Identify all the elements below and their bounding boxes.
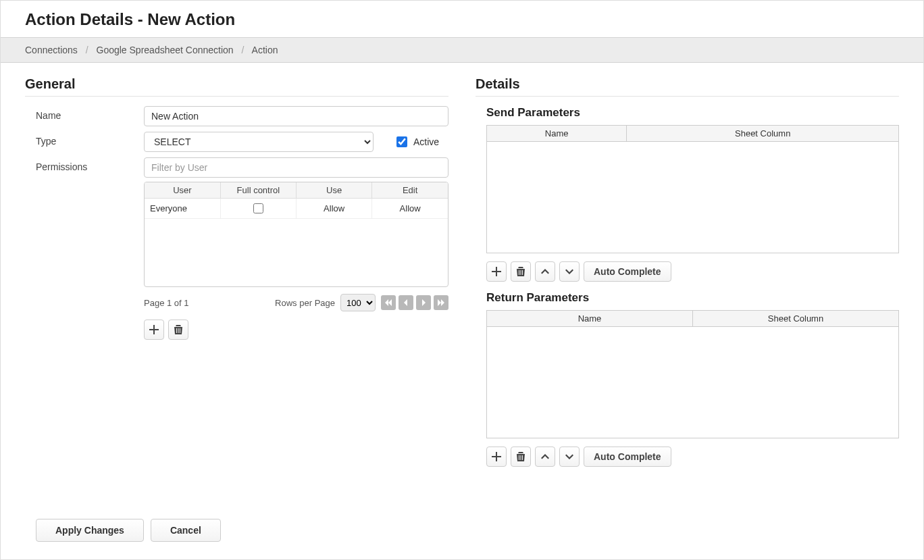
- return-movedown-button[interactable]: [559, 447, 580, 467]
- send-parameters-heading: Send Parameters: [486, 106, 899, 120]
- section-general: General: [25, 76, 448, 97]
- trash-icon: [515, 266, 526, 277]
- breadcrumb-connections[interactable]: Connections: [25, 45, 78, 55]
- return-header-name: Name: [487, 311, 693, 327]
- pager-last-icon[interactable]: [434, 295, 448, 310]
- plus-icon: [491, 451, 502, 462]
- type-select[interactable]: SELECT: [144, 132, 374, 152]
- apply-changes-button[interactable]: Apply Changes: [36, 519, 144, 542]
- send-moveup-button[interactable]: [535, 261, 555, 282]
- breadcrumb-sep: /: [242, 45, 245, 55]
- chevron-down-icon: [564, 266, 575, 277]
- trash-icon: [515, 451, 526, 462]
- perm-use: Allow: [297, 199, 372, 219]
- pager-text: Page 1 of 1: [144, 298, 189, 308]
- breadcrumb-sep: /: [86, 45, 88, 55]
- return-autocomplete-button[interactable]: Auto Complete: [584, 447, 671, 467]
- perm-header-use: Use: [297, 182, 372, 199]
- name-input[interactable]: [144, 106, 448, 126]
- label-permissions: Permissions: [36, 157, 144, 172]
- perm-add-button[interactable]: [144, 320, 164, 340]
- return-header-sheetcolumn: Sheet Column: [693, 311, 899, 327]
- perm-header-fullcontrol: Full control: [220, 182, 296, 199]
- send-header-name: Name: [487, 126, 627, 142]
- return-moveup-button[interactable]: [535, 447, 555, 467]
- return-delete-button[interactable]: [511, 447, 531, 467]
- chevron-down-icon: [564, 451, 575, 462]
- breadcrumb-google-spreadsheet[interactable]: Google Spreadsheet Connection: [97, 45, 234, 55]
- perm-edit: Allow: [372, 199, 448, 219]
- return-add-button[interactable]: [486, 447, 507, 467]
- chevron-up-icon: [540, 451, 550, 462]
- send-delete-button[interactable]: [511, 261, 531, 282]
- chevron-up-icon: [540, 266, 550, 277]
- cancel-button[interactable]: Cancel: [151, 519, 221, 542]
- pager-prev-icon[interactable]: [399, 295, 413, 310]
- perm-delete-button[interactable]: [168, 320, 188, 340]
- active-checkbox[interactable]: [396, 136, 407, 147]
- filter-user-input[interactable]: [144, 157, 448, 178]
- label-active: Active: [413, 136, 439, 147]
- trash-icon: [173, 324, 184, 335]
- plus-icon: [491, 266, 502, 277]
- return-parameters-heading: Return Parameters: [486, 291, 899, 305]
- page-title: Action Details - New Action: [1, 1, 923, 37]
- perm-header-user: User: [145, 182, 220, 199]
- breadcrumb-action: Action: [252, 45, 278, 55]
- pager-next-icon[interactable]: [416, 295, 431, 310]
- section-details: Details: [476, 76, 899, 97]
- perm-row[interactable]: Everyone Allow Allow: [145, 199, 448, 219]
- pager-first-icon[interactable]: [381, 295, 396, 310]
- perm-user: Everyone: [145, 199, 220, 219]
- return-parameters-body: [486, 327, 899, 438]
- label-name: Name: [36, 106, 144, 121]
- rows-per-page-label: Rows per Page: [275, 298, 335, 308]
- perm-header-edit: Edit: [372, 182, 448, 199]
- send-movedown-button[interactable]: [559, 261, 580, 282]
- rows-per-page-select[interactable]: 100: [340, 294, 376, 311]
- send-add-button[interactable]: [486, 261, 507, 282]
- send-autocomplete-button[interactable]: Auto Complete: [584, 261, 671, 282]
- send-parameters-body: [486, 142, 899, 253]
- breadcrumb: Connections / Google Spreadsheet Connect…: [1, 37, 923, 63]
- plus-icon: [149, 324, 159, 335]
- perm-fullcontrol-checkbox[interactable]: [253, 203, 263, 213]
- label-type: Type: [36, 132, 144, 147]
- send-header-sheetcolumn: Sheet Column: [627, 126, 899, 142]
